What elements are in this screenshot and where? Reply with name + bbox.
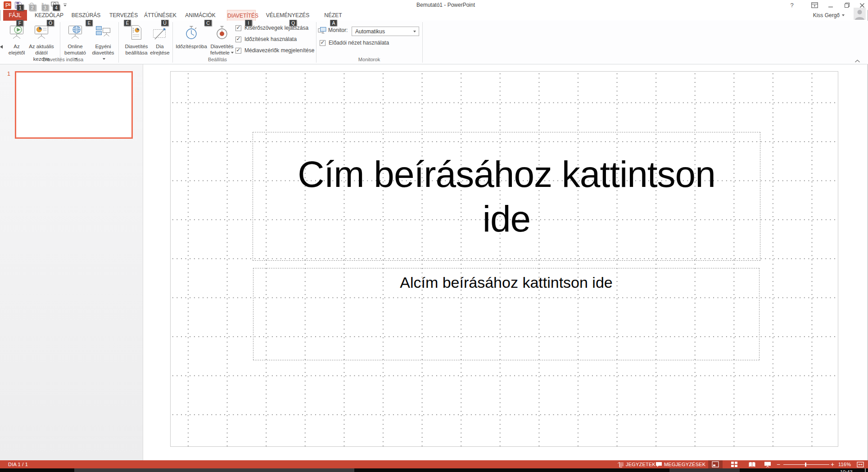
monitor-label: Monitor: — [328, 27, 348, 34]
tab-home[interactable]: KEZDŐLAP — [33, 10, 65, 21]
user-account[interactable]: Kiss Gergő — [806, 11, 845, 20]
checkbox-label: Időzítések használata — [244, 36, 297, 42]
ribbon: Azelejétől Az aktuálisdiától kezdve Onli… — [0, 21, 868, 64]
monitor-dropdown[interactable]: Automatikus — [352, 27, 419, 36]
qat-customize-caret-icon[interactable] — [62, 1, 68, 9]
zoom-slider-track[interactable] — [783, 464, 829, 465]
hide-slide-button[interactable]: Diaelrejtése — [149, 22, 170, 57]
tab-view[interactable]: NÉZET — [321, 10, 346, 21]
minimize-icon[interactable] — [825, 1, 836, 9]
comments-icon — [656, 460, 662, 468]
rehearse-timings-icon — [176, 22, 207, 42]
restore-icon[interactable] — [841, 1, 853, 9]
title-placeholder-text: Cím beírásához kattintson — [298, 152, 715, 196]
record-slideshow-button[interactable]: Diavetítésfelvétele — [208, 22, 236, 57]
custom-slideshow-button[interactable]: Egyénidiavetítés — [90, 22, 116, 57]
checkmark-icon: ✓ — [236, 48, 240, 52]
title-placeholder[interactable]: Cím beírásához kattintson ide — [253, 132, 760, 261]
checkbox-label: Médiavezérlők megjelenítése — [244, 47, 314, 54]
tab-animations[interactable]: ANIMÁCIÓK — [184, 10, 217, 21]
notes-toggle[interactable]: JEGYZETEK — [626, 460, 656, 468]
zoom-slider-handle[interactable] — [805, 463, 806, 467]
help-icon[interactable]: ? — [786, 1, 798, 9]
keytip-redo: 3 — [42, 5, 49, 11]
dropdown-caret-icon — [231, 52, 234, 54]
checkbox: ✓ — [320, 40, 326, 46]
divider — [172, 22, 173, 63]
window-title: Bemutató1 - PowerPoint — [396, 2, 495, 8]
view-slideshow-icon — [764, 461, 771, 467]
checkmark-icon: ✓ — [236, 25, 240, 30]
from-current-slide-button[interactable]: Az aktuálisdiától kezdve — [27, 22, 55, 57]
keytip-tab-file: F — [17, 20, 23, 26]
fit-slide-to-window-icon[interactable] — [857, 460, 864, 468]
present-online-button[interactable]: Onlinebemutató — [63, 22, 88, 57]
checkmark-icon: ✓ — [320, 40, 325, 45]
keytip-undo: 2 — [29, 5, 36, 11]
subtitle-placeholder[interactable]: Alcím beírásához kattintson ide — [253, 268, 760, 360]
group-divider — [118, 22, 119, 63]
monitor-icon — [318, 27, 326, 36]
zoom-in-button[interactable]: + — [831, 460, 834, 468]
tab-slideshow[interactable]: DIAVETÍTÉS — [227, 10, 256, 21]
button-label: Időzítéspróba — [176, 43, 207, 50]
view-reading-button[interactable] — [745, 460, 759, 468]
checkmark-icon: ✓ — [236, 36, 240, 41]
comments-toggle[interactable]: MEGJEGYZÉSEK — [664, 460, 705, 468]
group-divider — [316, 22, 316, 63]
show-media-controls-checkbox[interactable]: ✓ Médiavezérlők megjelenítése — [235, 47, 314, 54]
slide-canvas[interactable]: Cím beírásához kattintson ide Alcím beír… — [170, 71, 838, 447]
tab-insert[interactable]: BESZÚRÁS — [71, 10, 101, 21]
taskbar-clock: 10:43 — [840, 469, 853, 472]
button-label: Diavetítésbeállítása — [124, 43, 149, 56]
powerpoint-logo-icon: P — [3, 1, 11, 9]
view-slide-sorter-button[interactable] — [727, 460, 741, 468]
ribbon-display-options-icon[interactable] — [809, 1, 820, 9]
checkbox: ✓ — [235, 48, 241, 54]
powerpoint-window: P ↶ ↻ 1 2 3 4 Bemutató1 - PowerPoint ? — [0, 0, 868, 472]
title-placeholder-text: ide — [483, 196, 530, 241]
subtitle-placeholder-text: Alcím beírásához kattintson ide — [253, 274, 759, 291]
svg-text:P: P — [5, 2, 9, 9]
group-divider — [422, 22, 423, 63]
keytip-tab-insert: E — [86, 20, 92, 26]
notes-icon — [617, 460, 624, 468]
view-slide-sorter-icon — [731, 461, 738, 467]
dropdown-caret-icon — [413, 31, 416, 32]
from-beginning-button[interactable]: Azelejétől — [6, 22, 27, 57]
keytip-tab-transitions: Ű — [161, 20, 168, 26]
button-label: Diaelrejtése — [149, 43, 170, 56]
keytip-tab-animations: C — [204, 20, 212, 26]
keytip-tab-home: Ő — [47, 20, 54, 26]
presenter-view-checkbox[interactable]: ✓ Előadói nézet használata — [320, 40, 389, 46]
group-label-monitors: Monitorok — [358, 57, 380, 62]
titlebar: P ↶ ↻ 1 2 3 4 Bemutató1 - PowerPoint ? — [0, 0, 868, 10]
view-normal-icon — [712, 461, 719, 467]
tab-file[interactable]: FÁJL — [3, 10, 27, 21]
tab-review[interactable]: VÉLEMÉNYEZÉS — [266, 10, 310, 21]
custom-slideshow-icon — [90, 22, 116, 42]
checkbox-label: Előadói nézet használata — [329, 40, 389, 46]
tab-design[interactable]: TERVEZÉS — [109, 10, 137, 21]
monitor-dropdown-value: Automatikus — [355, 28, 385, 35]
taskbar-app-segment — [74, 468, 354, 472]
show-desktop-divider — [865, 468, 866, 472]
present-online-icon — [63, 22, 88, 42]
view-normal-button[interactable] — [708, 460, 723, 468]
setup-slideshow-button[interactable]: Diavetítésbeállítása — [124, 22, 149, 57]
view-slideshow-button[interactable] — [760, 460, 775, 468]
zoom-level[interactable]: 116% — [838, 460, 851, 468]
slide-indicator[interactable]: DIA 1 / 1 — [8, 460, 28, 468]
rehearse-timings-button[interactable]: Időzítéspróba — [176, 22, 207, 57]
use-timings-checkbox[interactable]: ✓ Időzítések használata — [235, 36, 297, 42]
view-reading-icon — [748, 462, 756, 467]
slide-thumbnail[interactable] — [15, 71, 133, 139]
tab-transitions[interactable]: ÁTTŰNÉSEK — [144, 10, 176, 21]
zoom-out-button[interactable]: − — [777, 460, 780, 468]
pane-edge-arrow-icon — [0, 45, 3, 49]
checkbox: ✓ — [235, 36, 241, 42]
slide-number: 1 — [7, 71, 10, 77]
button-label: Azelejétől — [6, 43, 27, 56]
avatar[interactable] — [854, 8, 866, 22]
button-label: Egyénidiavetítés — [90, 43, 116, 62]
